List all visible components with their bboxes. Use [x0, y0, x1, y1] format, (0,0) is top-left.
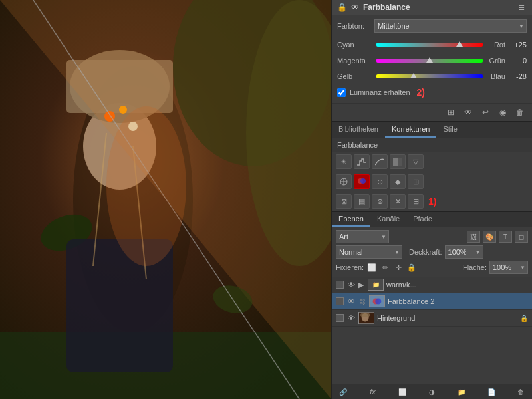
toolbar-delete-icon[interactable]: 🗑 [513, 106, 527, 118]
korr-icon-channelmixer[interactable]: ⊞ [408, 174, 424, 189]
cyan-rot-slider[interactable] [376, 39, 483, 50]
tab-stile[interactable]: Stile [436, 122, 464, 138]
layer-item-farbbalance2[interactable]: 👁 ⛓ Farbbalance 2 [332, 293, 532, 310]
layer-thumb-bg [358, 312, 374, 324]
blau-label: Blau [485, 72, 505, 80]
layer-item-group[interactable]: 👁 ▶ 📁 warm/k... [332, 277, 532, 293]
fixieren-move-icon[interactable]: ✛ [393, 262, 404, 273]
layer-thumb-fb2 [369, 295, 385, 307]
farbbalance-toolbar: ⊞ 👁 ↩ ◉ 🗑 [332, 103, 532, 121]
type-icon[interactable]: T [499, 231, 512, 243]
korr-icon-posterize[interactable]: ⊛ [372, 194, 388, 209]
korrekturen-icons-row-3: ⊠ ▤ ⊛ ✕ ⊞ 1) [332, 192, 532, 211]
ebenen-tabs: Ebenen Kanäle Pfade [332, 212, 532, 227]
layer-vis-bg[interactable]: 👁 [346, 313, 356, 323]
korr-icon-photofilter[interactable]: ◆ [390, 174, 406, 189]
opacity-select[interactable]: 100% [445, 245, 483, 259]
rot-label: Rot [485, 41, 505, 49]
korr-icon-gradient[interactable]: ⊞ [408, 194, 424, 209]
layer-vis-fb2[interactable]: 👁 [346, 297, 356, 306]
layer-group-arrow[interactable]: ▶ [358, 281, 364, 289]
korrekturen-title: Farbbalance [332, 138, 532, 152]
shape-icon[interactable]: ◻ [515, 231, 528, 243]
farbton-row: Farbton: Mitteltöne Schatten Lichter ▼ [332, 15, 532, 37]
cyan-rot-track [376, 43, 483, 47]
farbbalance-panel: 🔒 👁 Farbbalance ☰ Farbton: Mitteltöne Sc… [332, 0, 532, 122]
toolbar-grid-icon[interactable]: ⊞ [444, 106, 458, 118]
new-layer-icon[interactable]: 📄 [485, 386, 497, 397]
fixieren-brush-icon[interactable]: ✏ [380, 262, 390, 273]
korr-icon-brightness[interactable]: ☀ [336, 154, 352, 169]
korrekturen-icons-row-2: ⊕ ◆ ⊞ [332, 172, 532, 192]
toolbar-eye-icon[interactable]: 👁 [462, 106, 475, 118]
layer-checkbox[interactable] [336, 281, 344, 289]
fill-select[interactable]: 100% [489, 261, 528, 274]
magenta-gruen-thumb[interactable] [426, 57, 433, 63]
tab-korrekturen[interactable]: Korrekturen [385, 122, 436, 138]
korr-icon-exposure[interactable] [390, 154, 406, 169]
svg-point-12 [119, 106, 127, 114]
korr-icon-invert[interactable]: ▤ [354, 194, 370, 209]
korr-icon-colorlookup[interactable]: ⊠ [336, 194, 352, 209]
main-tabs: Bibliotheken Korrekturen Stile [332, 122, 532, 138]
farbton-select-wrapper[interactable]: Mitteltöne Schatten Lichter ▼ [374, 19, 527, 33]
farbbalance-titlebar: 🔒 👁 Farbbalance ☰ [332, 0, 532, 15]
gruen-label: Grün [485, 57, 505, 65]
luminanz-checkbox[interactable] [337, 88, 346, 97]
korr-icon-bw[interactable]: ⊕ [372, 174, 388, 189]
magenta-gruen-slider[interactable] [376, 55, 483, 66]
fx-label[interactable]: fx [367, 386, 379, 397]
svg-rect-20 [398, 158, 402, 166]
cyan-label: Cyan [337, 41, 374, 49]
blend-select-wrapper[interactable]: Normal Multiplizieren Bildschirm Überlag… [336, 245, 402, 259]
korr-icon-vibrance[interactable]: ▽ [408, 154, 424, 169]
gelb-blau-thumb[interactable] [410, 73, 417, 78]
fill-content-icon[interactable]: 🖼 [467, 231, 480, 243]
fixieren-pos-icon[interactable]: ⬜ [366, 262, 377, 273]
korr-icon-curves[interactable] [372, 154, 388, 169]
toolbar-visibility-icon[interactable]: ◉ [496, 106, 509, 118]
farbton-select[interactable]: Mitteltöne Schatten Lichter [374, 19, 527, 33]
svg-point-26 [375, 298, 381, 304]
korr-icon-hsl[interactable] [336, 174, 352, 189]
blend-select[interactable]: Normal Multiplizieren Bildschirm Überlag… [336, 245, 402, 259]
tab-ebenen[interactable]: Ebenen [332, 212, 370, 227]
canvas-image [0, 0, 331, 399]
fill-select-wrapper[interactable]: 100% ▼ [489, 261, 528, 274]
toolbar-undo-icon[interactable]: ↩ [479, 106, 492, 118]
layer-cb-bg[interactable] [336, 314, 344, 322]
tab-kanaele[interactable]: Kanäle [370, 212, 406, 227]
svg-point-18 [106, 106, 186, 266]
cyan-rot-thumb[interactable] [456, 41, 463, 47]
blend-row: Normal Multiplizieren Bildschirm Überlag… [336, 245, 528, 259]
layer-item-hintergrund[interactable]: 👁 Hintergrund 🔒 [332, 310, 532, 327]
art-select[interactable]: Art [336, 230, 389, 243]
opacity-label: Deckkraft: [409, 248, 442, 256]
group-icon[interactable]: 📁 [456, 386, 467, 397]
panel-icons: ☰ [516, 3, 527, 12]
layer-cb-fb2[interactable] [336, 297, 344, 305]
fixieren-all-icon[interactable]: 🔒 [406, 262, 417, 273]
opacity-select-wrapper[interactable]: 100% ▼ [445, 245, 483, 259]
art-select-wrapper[interactable]: Art ▼ [336, 230, 389, 243]
color-correction-icon[interactable]: 🎨 [483, 231, 496, 243]
korr-icon-threshold[interactable]: ✕ [390, 194, 406, 209]
layer-vis-eye[interactable]: 👁 [346, 280, 356, 289]
link-icon[interactable]: 🔗 [337, 386, 349, 397]
layer-list: 👁 ▶ 📁 warm/k... 👁 ⛓ [332, 277, 532, 384]
korr-icon-levels[interactable] [354, 154, 370, 169]
delete-layer-icon[interactable]: 🗑 [515, 386, 527, 397]
layer-lock-icon: 🔒 [520, 315, 528, 322]
korr-icon-colorbalance[interactable] [354, 174, 370, 189]
adjustment-icon[interactable]: ◑ [426, 386, 438, 397]
tab-pfade[interactable]: Pfade [406, 212, 439, 227]
fixieren-label: Fixieren: [336, 263, 364, 271]
gelb-blau-slider[interactable] [376, 71, 483, 82]
luminanz-row: Luminanz erhalten 2) [332, 84, 532, 103]
mask-icon[interactable]: ⬜ [396, 386, 408, 397]
right-panel: 🔒 👁 Farbbalance ☰ Farbton: Mitteltöne Sc… [331, 0, 532, 399]
panel-menu-icon[interactable]: ☰ [516, 3, 527, 12]
layer-group-name: warm/k... [386, 281, 528, 289]
layer-name-bg: Hintergrund [377, 314, 517, 322]
tab-bibliotheken[interactable]: Bibliotheken [332, 122, 385, 138]
